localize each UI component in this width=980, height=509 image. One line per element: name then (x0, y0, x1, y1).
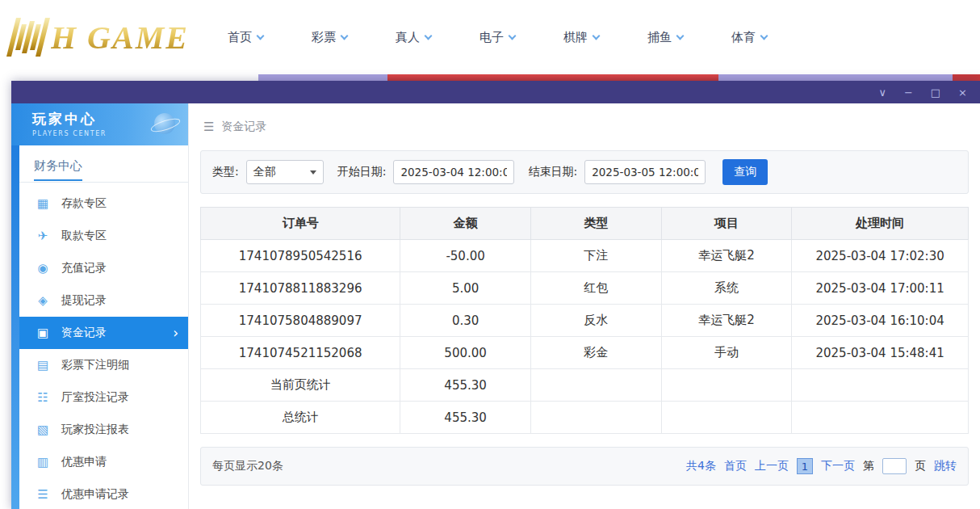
start-date-label: 开始日期: (337, 165, 387, 179)
table-row: 1741075804889097 0.30 反水 幸运飞艇2 2025-03-0… (201, 305, 969, 337)
chevron-down-icon (676, 32, 684, 40)
col-header-order-no: 订单号 (201, 208, 400, 240)
globe-icon (154, 113, 175, 134)
table-row: 1741074521152068 500.00 彩金 手动 2025-03-04… (201, 337, 969, 369)
table-cell (530, 402, 661, 434)
chevron-down-icon (592, 32, 600, 40)
window-titlebar: ∨ − □ × (11, 81, 980, 103)
table-cell: 总统计 (201, 402, 400, 434)
recharge-records-icon: ◉ (36, 261, 50, 276)
type-label: 类型: (212, 165, 239, 179)
table-cell (792, 402, 969, 434)
sidebar-item-withdraw-zone[interactable]: ✈ 取款专区 (19, 220, 188, 252)
table-cell: 2025-03-04 17:02:30 (792, 240, 969, 272)
lottery-bet-details-icon: ▤ (36, 358, 50, 372)
nav-item-electronic[interactable]: 电子 (480, 30, 515, 45)
main-nav: 首页 彩票 真人 电子 棋牌 捕鱼 体育 (228, 30, 767, 45)
table-cell: 2025-03-04 15:48:41 (792, 337, 969, 369)
query-button[interactable]: 查询 (722, 159, 768, 185)
table-cell: 1741078811883296 (201, 272, 400, 305)
nav-label: 电子 (480, 30, 504, 45)
nav-label: 彩票 (312, 30, 336, 45)
table-cell: 系统 (661, 272, 792, 305)
total-count: 共4条 (686, 459, 716, 473)
table-row-grand-total: 总统计 455.30 (201, 402, 969, 434)
sidebar-item-label: 玩家投注报表 (61, 423, 129, 437)
first-page-link[interactable]: 首页 (724, 459, 747, 473)
table-cell: 455.30 (400, 402, 531, 434)
next-page-link[interactable]: 下一页 (821, 459, 855, 473)
nav-item-board-games[interactable]: 棋牌 (563, 30, 599, 45)
withdraw-icon: ✈ (36, 229, 50, 243)
close-icon[interactable]: × (958, 87, 967, 98)
player-center-window: ∨ − □ × 玩家中心 PLAYERS CENTER 财务中心 ▦ 存款专区 (11, 81, 980, 509)
sidebar-item-label: 充值记录 (61, 261, 107, 276)
table-cell: 当前页统计 (201, 369, 400, 402)
nav-item-live[interactable]: 真人 (396, 30, 431, 45)
end-date-input[interactable] (584, 160, 706, 184)
col-header-amount: 金额 (400, 208, 531, 240)
window-body: 玩家中心 PLAYERS CENTER 财务中心 ▦ 存款专区 ✈ 取款专区 ◉… (11, 103, 980, 509)
nav-label: 棋牌 (563, 30, 588, 45)
sidebar-item-recharge-records[interactable]: ◉ 充值记录 (19, 252, 188, 284)
table-cell (661, 369, 792, 402)
type-select-value: 全部 (253, 165, 276, 179)
finance-center-label: 财务中心 (34, 158, 82, 181)
records-table: 订单号 金额 类型 项目 处理时间 1741078950542516 -50.0… (200, 207, 969, 434)
sidebar-item-promo-apply-records[interactable]: ☰ 优惠申请记录 (19, 478, 188, 509)
table-cell: 500.00 (400, 337, 531, 369)
sidebar-item-player-bet-report[interactable]: ▧ 玩家投注报表 (19, 414, 188, 446)
pagination-bar: 每页显示20条 共4条 首页 上一页 1 下一页 第 页 跳转 (200, 447, 969, 486)
chevron-down-icon (508, 32, 516, 40)
sidebar-section-title: 财务中心 (19, 145, 188, 183)
nav-item-home[interactable]: 首页 (228, 30, 263, 45)
jump-button[interactable]: 跳转 (934, 459, 957, 473)
sidebar-item-deposit-zone[interactable]: ▦ 存款专区 (19, 187, 188, 220)
table-header-row: 订单号 金额 类型 项目 处理时间 (201, 208, 969, 240)
jump-suffix: 页 (915, 459, 926, 473)
nav-item-lottery[interactable]: 彩票 (312, 30, 347, 45)
breadcrumb: ☰ 资金记录 (200, 103, 969, 150)
player-bet-report-icon: ▧ (36, 423, 50, 437)
sidebar-item-withdrawal-records[interactable]: ◈ 提现记录 (19, 284, 188, 317)
sidebar-item-promo-apply[interactable]: ▥ 优惠申请 (19, 446, 188, 478)
table-cell (792, 369, 969, 402)
page-jump-input[interactable] (882, 458, 907, 474)
sidebar-item-hall-bet-records[interactable]: ☷ 厅室投注记录 (19, 381, 188, 414)
site-logo[interactable]: H GAME (11, 18, 189, 57)
table-cell: -50.00 (400, 240, 531, 272)
end-date-label: 结束日期: (528, 165, 577, 179)
sidebar-accent-strip (11, 103, 19, 509)
nav-item-sports[interactable]: 体育 (731, 30, 767, 45)
withdrawal-records-icon: ◈ (36, 293, 50, 308)
table-cell: 彩金 (530, 337, 661, 369)
prev-page-link[interactable]: 上一页 (755, 459, 789, 473)
table-cell: 1741075804889097 (201, 305, 400, 337)
table-cell: 手动 (661, 337, 792, 369)
current-page[interactable]: 1 (797, 458, 813, 474)
sidebar-item-lottery-bet-details[interactable]: ▤ 彩票下注明细 (19, 349, 188, 381)
sidebar-item-label: 取款专区 (61, 229, 107, 243)
start-date-input[interactable] (393, 160, 514, 184)
filter-bar: 类型: 全部 开始日期: 结束日期: 查询 (200, 150, 969, 194)
page-title: 资金记录 (221, 120, 266, 134)
menu-icon[interactable]: ☰ (203, 120, 214, 134)
minimize-icon[interactable]: − (904, 87, 913, 98)
nav-label: 捕鱼 (647, 30, 672, 45)
maximize-icon[interactable]: □ (931, 87, 940, 98)
nav-item-fishing[interactable]: 捕鱼 (647, 30, 683, 45)
table-cell: 5.00 (400, 272, 531, 305)
sidebar-item-fund-records[interactable]: ▣ 资金记录 › (19, 317, 188, 349)
collapse-icon[interactable]: ∨ (878, 87, 886, 98)
chevron-down-icon (424, 32, 432, 40)
sidebar-item-label: 优惠申请 (61, 455, 107, 469)
type-select[interactable]: 全部 (246, 160, 324, 184)
pagination-controls: 共4条 首页 上一页 1 下一页 第 页 跳转 (686, 458, 957, 474)
deposit-icon: ▦ (36, 196, 50, 211)
table-cell: 2025-03-04 16:10:04 (792, 305, 969, 337)
table-cell: 下注 (530, 240, 661, 272)
logo-mark-icon (6, 18, 50, 57)
table-cell: 455.30 (400, 369, 531, 402)
sidebar-menu: ▦ 存款专区 ✈ 取款专区 ◉ 充值记录 ◈ 提现记录 ▣ 资金记录 (11, 187, 188, 509)
hall-bet-records-icon: ☷ (36, 390, 50, 405)
